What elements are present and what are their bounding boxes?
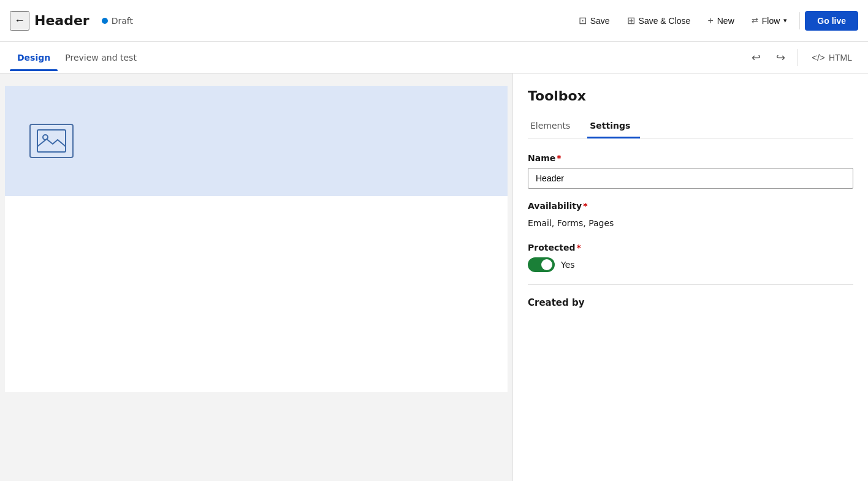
redo-icon: ↪ — [776, 51, 785, 64]
html-label: HTML — [829, 53, 852, 62]
page-title: Header — [34, 13, 89, 28]
section-divider — [528, 284, 853, 285]
status-dot — [102, 18, 108, 24]
created-by-label: Created by — [528, 297, 585, 308]
divider2 — [798, 49, 798, 66]
undo-button[interactable]: ↩ — [746, 48, 766, 67]
save-button[interactable]: ⊡ Save — [571, 11, 617, 30]
name-input[interactable] — [528, 168, 853, 189]
new-button[interactable]: + New — [700, 12, 741, 30]
toolbox-panel: Toolbox Elements Settings Name* Availabi… — [512, 74, 868, 481]
html-button[interactable]: </> HTML — [805, 50, 858, 65]
chevron-down-icon: ▾ — [783, 17, 787, 25]
toolbox-tabs: Elements Settings — [528, 116, 853, 138]
save-close-icon: ⊞ — [627, 15, 635, 26]
save-close-label: Save & Close — [639, 16, 691, 26]
tab-preview[interactable]: Preview and test — [58, 44, 144, 71]
availability-label: Availability* — [528, 201, 853, 211]
new-label: New — [717, 16, 734, 26]
tabbar-right: ↩ ↪ </> HTML — [746, 48, 858, 67]
flow-icon: ⇄ — [752, 16, 758, 25]
back-button[interactable]: ← — [10, 11, 29, 31]
protected-required-star: * — [576, 243, 581, 252]
availability-required-star: * — [583, 201, 587, 211]
redo-button[interactable]: ↪ — [771, 48, 790, 67]
save-close-button[interactable]: ⊞ Save & Close — [620, 11, 698, 30]
status-indicator: Draft — [102, 16, 133, 26]
availability-field-group: Availability* Email, Forms, Pages — [528, 201, 853, 230]
canvas-inner — [5, 86, 508, 392]
tab-elements[interactable]: Elements — [528, 116, 580, 138]
save-label: Save — [590, 16, 610, 26]
go-live-button[interactable]: Go live — [805, 11, 858, 31]
required-star: * — [557, 153, 561, 163]
protected-field-group: Protected* Yes — [528, 243, 853, 272]
divider — [799, 12, 800, 29]
plus-icon: + — [707, 15, 713, 26]
protected-toggle[interactable] — [528, 257, 555, 272]
code-icon: </> — [812, 52, 825, 62]
toggle-slider — [528, 257, 555, 272]
tab-design[interactable]: Design — [10, 44, 58, 71]
topbar-actions: ⊡ Save ⊞ Save & Close + New ⇄ Flow ▾ Go … — [571, 11, 858, 31]
toggle-label: Yes — [561, 260, 575, 270]
svg-rect-0 — [37, 130, 66, 152]
flow-label: Flow — [762, 16, 780, 26]
availability-value: Email, Forms, Pages — [528, 216, 853, 230]
topbar: ← Header Draft ⊡ Save ⊞ Save & Close + N… — [0, 0, 868, 42]
status-label: Draft — [112, 16, 133, 26]
canvas-area — [0, 74, 512, 481]
flow-button[interactable]: ⇄ Flow ▾ — [744, 12, 795, 29]
image-icon — [37, 129, 66, 153]
toolbox-title: Toolbox — [528, 88, 853, 104]
tabbar: Design Preview and test ↩ ↪ </> HTML — [0, 42, 868, 74]
protected-label: Protected* — [528, 243, 853, 252]
name-label: Name* — [528, 153, 853, 163]
main-layout: Toolbox Elements Settings Name* Availabi… — [0, 74, 868, 481]
created-by-group: Created by — [528, 297, 853, 308]
tab-settings[interactable]: Settings — [587, 116, 640, 138]
name-field-group: Name* — [528, 153, 853, 189]
undo-icon: ↩ — [752, 51, 761, 64]
image-placeholder — [29, 124, 74, 158]
canvas-image-block[interactable] — [5, 86, 508, 196]
save-icon: ⊡ — [579, 15, 587, 26]
toggle-row: Yes — [528, 257, 853, 272]
